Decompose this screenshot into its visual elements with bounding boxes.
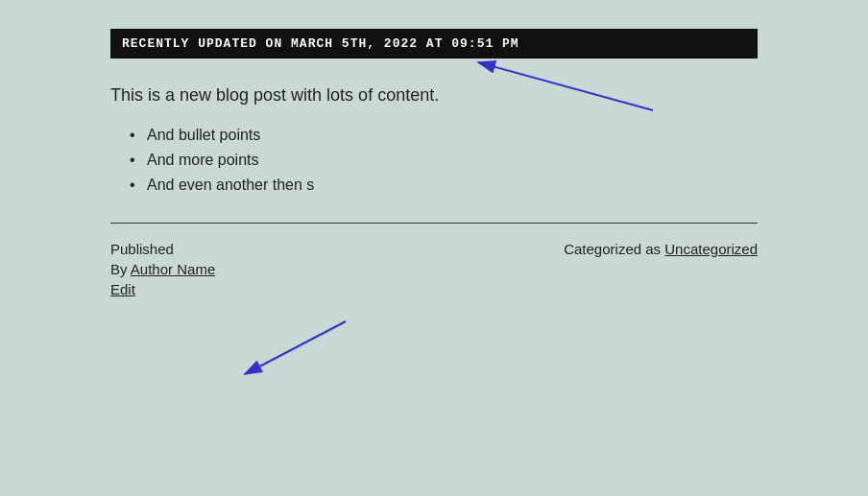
- post-meta-right: Categorized as Uncategorized: [564, 241, 758, 257]
- bullet-list: And bullet points And more points And ev…: [130, 127, 758, 194]
- divider: [110, 223, 758, 224]
- post-meta: Published By Author Name Edit Categorize…: [110, 241, 758, 297]
- list-item: And more points: [130, 152, 758, 169]
- page-container: RECENTLY UPDATED ON MARCH 5TH, 2022 AT 0…: [0, 0, 868, 326]
- blog-intro-text: This is a new blog post with lots of con…: [110, 85, 758, 106]
- category-link[interactable]: Uncategorized: [664, 241, 758, 257]
- categorized-label: Categorized as: [564, 241, 661, 257]
- recently-updated-bar: RECENTLY UPDATED ON MARCH 5TH, 2022 AT 0…: [110, 29, 758, 59]
- edit-link[interactable]: Edit: [110, 281, 215, 297]
- author-line: By Author Name: [110, 261, 215, 277]
- by-label: By: [110, 261, 128, 277]
- svg-line-3: [245, 321, 346, 374]
- author-link[interactable]: Author Name: [131, 261, 215, 277]
- published-label: Published: [110, 241, 215, 257]
- post-meta-left: Published By Author Name Edit: [110, 241, 215, 297]
- list-item: And bullet points: [130, 127, 758, 144]
- list-item: And even another then s: [130, 177, 758, 194]
